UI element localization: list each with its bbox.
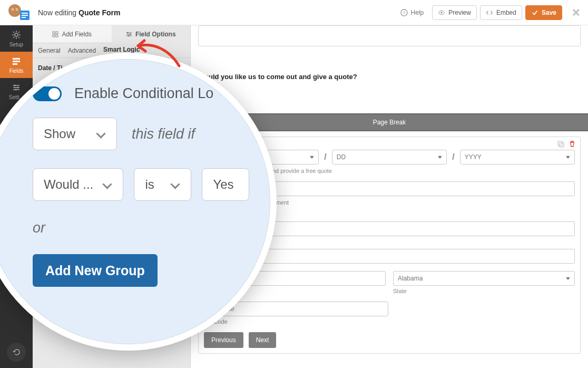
- svg-point-24: [127, 32, 128, 33]
- undo-button[interactable]: [7, 343, 26, 362]
- undo-icon: [12, 348, 21, 356]
- condition-field-select[interactable]: Would ...: [33, 168, 123, 201]
- sliders-icon: [126, 31, 132, 37]
- preview-label: Preview: [448, 9, 471, 16]
- code-icon: [486, 9, 493, 16]
- svg-point-0: [8, 4, 21, 17]
- svg-rect-7: [22, 15, 28, 16]
- embed-label: Embed: [496, 9, 516, 16]
- tab-field-options[interactable]: Field Options: [112, 25, 191, 43]
- checkbox-option[interactable]: Yes: [198, 84, 581, 91]
- fields-icon: [12, 56, 21, 66]
- condition-field-value: Would ...: [44, 177, 93, 192]
- this-field-if-label: this field if: [132, 126, 195, 142]
- condition-value: Yes: [213, 177, 233, 192]
- show-hide-select[interactable]: Show: [33, 118, 117, 150]
- condition-operator-value: is: [145, 177, 154, 192]
- grid-icon: [52, 31, 58, 37]
- day-placeholder: DD: [337, 153, 346, 161]
- page-title: Now editing Quote Form: [38, 8, 120, 17]
- tab-add-fields-label: Add Fields: [62, 31, 92, 38]
- question-label: Would you like us to come out and give a…: [198, 73, 581, 81]
- subtab-advanced[interactable]: Advanced: [68, 47, 96, 57]
- chevron-down-icon: [96, 129, 106, 139]
- tab-field-options-label: Field Options: [135, 31, 176, 38]
- or-label: or: [33, 220, 249, 236]
- svg-rect-22: [53, 35, 55, 37]
- text-input[interactable]: [198, 25, 581, 46]
- svg-rect-14: [13, 58, 20, 60]
- close-button[interactable]: ✕: [572, 6, 581, 19]
- duplicate-button[interactable]: [557, 140, 564, 150]
- previous-button[interactable]: Previous: [204, 332, 243, 348]
- embed-button[interactable]: Embed: [480, 5, 522, 20]
- state-label: State: [393, 288, 575, 294]
- subtab-general[interactable]: General: [38, 47, 61, 57]
- trash-icon: [569, 140, 576, 148]
- nav-fields[interactable]: Fields: [0, 52, 33, 78]
- add-new-group-button[interactable]: Add New Group: [33, 254, 158, 287]
- check-icon: [531, 9, 538, 16]
- chevron-down-icon: [171, 180, 180, 189]
- year-placeholder: YYYY: [465, 153, 482, 161]
- app-logo: [7, 3, 31, 22]
- svg-rect-6: [22, 13, 28, 14]
- checkbox-option[interactable]: No: [198, 94, 581, 102]
- nav-setup[interactable]: Setup: [0, 25, 33, 52]
- svg-point-3: [12, 9, 13, 10]
- sliders-icon: [12, 83, 21, 92]
- nav-setup-label: Setup: [9, 42, 23, 47]
- eye-icon: [438, 9, 445, 16]
- condition-value-select[interactable]: Yes: [202, 168, 249, 201]
- chevron-down-icon: [103, 180, 112, 189]
- zip-label: Zip Code: [204, 318, 575, 325]
- tab-add-fields[interactable]: Add Fields: [33, 25, 112, 43]
- state-value: Alabama: [398, 275, 423, 282]
- svg-rect-27: [558, 141, 562, 146]
- chevron-down-icon: [438, 156, 442, 159]
- delete-button[interactable]: [569, 140, 576, 150]
- svg-point-25: [130, 34, 131, 35]
- duplicate-icon: [557, 140, 564, 148]
- show-hide-value: Show: [44, 127, 75, 141]
- preview-button[interactable]: Preview: [432, 5, 477, 20]
- year-select[interactable]: YYYY: [460, 150, 575, 164]
- svg-point-26: [128, 35, 129, 36]
- condition-operator-select[interactable]: is: [134, 168, 191, 201]
- svg-point-4: [16, 9, 17, 10]
- svg-rect-8: [22, 17, 26, 18]
- date-separator: /: [452, 152, 454, 162]
- next-button[interactable]: Next: [249, 332, 277, 348]
- state-select[interactable]: Alabama: [393, 271, 575, 286]
- save-label: Save: [542, 9, 556, 16]
- svg-text:?: ?: [403, 10, 405, 15]
- conditional-logic-label: Enable Conditional Lo: [74, 85, 213, 102]
- svg-point-17: [14, 84, 16, 86]
- help-link[interactable]: ? Help: [400, 9, 424, 16]
- day-select[interactable]: DD: [332, 150, 447, 164]
- svg-point-19: [15, 89, 17, 90]
- nav-fields-label: Fields: [9, 68, 24, 74]
- svg-rect-20: [53, 32, 55, 34]
- svg-rect-28: [560, 143, 564, 147]
- conditional-logic-toggle[interactable]: [33, 86, 62, 101]
- form-name: Quote Form: [79, 8, 120, 17]
- svg-point-12: [441, 12, 443, 13]
- help-icon: ?: [400, 9, 408, 16]
- svg-rect-23: [56, 35, 58, 37]
- date-separator: /: [324, 152, 326, 162]
- chevron-down-icon: [566, 277, 570, 280]
- gear-icon: [12, 30, 21, 40]
- svg-rect-15: [13, 61, 20, 62]
- help-label: Help: [411, 9, 424, 16]
- svg-rect-16: [13, 63, 17, 65]
- topbar: Now editing Quote Form ? Help Preview Em…: [0, 0, 588, 25]
- now-editing-label: Now editing: [38, 8, 76, 17]
- save-button[interactable]: Save: [525, 5, 562, 20]
- svg-rect-21: [56, 32, 58, 34]
- svg-point-18: [17, 86, 19, 88]
- chevron-down-icon: [566, 156, 570, 159]
- chevron-down-icon: [310, 156, 314, 159]
- svg-point-13: [15, 33, 18, 36]
